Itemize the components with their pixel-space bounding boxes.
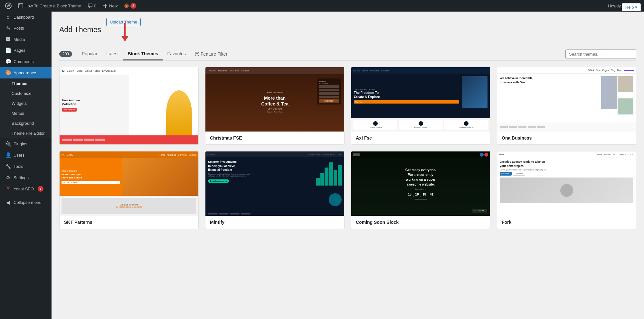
tab-latest[interactable]: Latest (102, 48, 123, 60)
yoast-icon: Y (5, 186, 11, 192)
main-content: Add Themes Upload Theme 209 Popular Late… (52, 12, 644, 319)
theme-name-coming-soon: Coming Soon Block (356, 220, 399, 225)
sidebar-item-users[interactable]: 👤 Users (0, 150, 52, 161)
sidebar-item-plugins[interactable]: 🔌 Plugins (0, 138, 52, 150)
sidebar-item-settings[interactable]: ⚙ Settings (0, 172, 52, 183)
theme-thumbnail-mintify: MINTIFYLanding Page · Google Charts · Co… (205, 151, 344, 216)
theme-info-christmas: Christmas FSE (205, 132, 344, 144)
sidebar-item-customize[interactable]: Customize (0, 88, 52, 98)
sidebar-item-yoast[interactable]: Y Yoast SEO 3 (0, 183, 52, 194)
plugins-icon: 🔌 (5, 141, 11, 147)
theme-thumbnail-skt: PATTERNSHomeAbout UsServicesContact Inte… (60, 151, 198, 216)
help-button[interactable]: Help ▾ (622, 3, 641, 11)
sidebar-item-media[interactable]: 🖼 Media (0, 34, 52, 45)
theme-name-mintify: Mintify (210, 220, 224, 225)
adminbar-yoast[interactable]: Y 3 (121, 0, 139, 12)
page-title: Add Themes (59, 25, 101, 34)
tab-favorites[interactable]: Favorites (163, 48, 190, 60)
theme-name-skt: SKT Patterns (64, 220, 92, 225)
theme-info-skt: SKT Patterns (60, 216, 198, 229)
posts-icon: ✎ (5, 25, 11, 31)
sidebar-item-posts[interactable]: ✎ Posts (0, 23, 52, 34)
theme-info-fork: Fork (497, 216, 636, 229)
sidebar-item-dashboard[interactable]: ⌂ Dashboard (0, 12, 52, 23)
users-icon: 👤 (5, 152, 11, 158)
sidebar-item-comments[interactable]: 💬 Comments (0, 56, 52, 67)
sidebar: ⌂ Dashboard ✎ Posts 🖼 Media 📄 Pages 💬 Co… (0, 12, 52, 319)
theme-card-axl[interactable]: Ad FoxHomeProductsContact Get Stunning D… (351, 67, 490, 145)
sidebar-item-themes[interactable]: Themes (0, 78, 52, 88)
feature-filter-label: Feature Filter (201, 51, 227, 57)
theme-thumbnail-ona: O N A PlanPagesBlogNav We believe in inc… (497, 67, 636, 132)
adminbar-comments[interactable]: 0 (85, 0, 99, 12)
theme-info-axl: Axl Fse (351, 132, 490, 144)
theme-thumbnail-axl: Ad FoxHomeProductsContact Get Stunning D… (351, 67, 490, 132)
themes-grid: M Jaxon ShopAboutBlogMy Account New Autu… (59, 67, 636, 229)
theme-card-fork[interactable]: FORK HomePatternsBlogContact ftin Creati… (497, 151, 636, 229)
tabs-bar: 209 Popular Latest Block Themes Favorite… (59, 48, 636, 60)
sidebar-item-appearance[interactable]: 🎨 Appearance (0, 67, 52, 78)
pages-icon: 📄 (5, 47, 11, 53)
theme-thumbnail-coming-soon: Get ready everyone.We are currentlyworki… (351, 151, 490, 216)
tab-count-badge[interactable]: 209 (59, 51, 72, 57)
media-icon: 🖼 (5, 36, 11, 42)
page-header: Add Themes Upload Theme (59, 18, 636, 41)
svg-rect-3 (19, 4, 20, 5)
tab-popular[interactable]: Popular (77, 48, 102, 60)
theme-thumbnail-christmas: TrendingRewardsGift CardsContact Feel th… (205, 67, 344, 132)
theme-card-skt[interactable]: PATTERNSHomeAbout UsServicesContact Inte… (59, 151, 199, 229)
tab-block-themes[interactable]: Block Themes (123, 48, 163, 60)
tab-feature-filter[interactable]: Feature Filter (190, 49, 232, 59)
theme-card-jaxon[interactable]: M Jaxon ShopAboutBlogMy Account New Autu… (59, 67, 199, 145)
theme-name-fork: Fork (502, 220, 511, 225)
theme-info-coming-soon: Coming Soon Block (351, 216, 490, 229)
search-themes-input[interactable] (565, 50, 636, 59)
theme-thumbnail-fork: FORK HomePatternsBlogContact ftin Creati… (497, 151, 636, 216)
comments-icon: 💬 (5, 59, 11, 65)
sidebar-item-background[interactable]: Background (0, 118, 52, 128)
adminbar-wp-logo[interactable]: W (3, 0, 14, 12)
settings-icon: ⚙ (5, 175, 11, 181)
theme-card-ona[interactable]: O N A PlanPagesBlogNav We believe in inc… (497, 67, 636, 145)
sidebar-item-widgets[interactable]: Widgets (0, 98, 52, 108)
adminbar-site-name[interactable]: How To Create a Block Theme (15, 0, 84, 12)
svg-text:W: W (7, 4, 10, 8)
collapse-icon: ◀ (5, 199, 11, 205)
dashboard-icon: ⌂ (5, 14, 11, 20)
sidebar-item-pages[interactable]: 📄 Pages (0, 45, 52, 56)
sidebar-item-menus[interactable]: Menus (0, 108, 52, 118)
theme-card-coming-soon[interactable]: Get ready everyone.We are currentlyworki… (351, 151, 490, 229)
theme-card-christmas[interactable]: TrendingRewardsGift CardsContact Feel th… (205, 67, 345, 145)
admin-bar: W How To Create a Block Theme 0 New Y 3 … (0, 0, 644, 12)
sidebar-item-theme-file-editor[interactable]: Theme File Editor (0, 128, 52, 138)
collapse-menu-button[interactable]: ◀ Collapse menu (0, 197, 52, 208)
arrow-indicator (121, 23, 129, 41)
sidebar-item-tools[interactable]: 🔧 Tools (0, 161, 52, 172)
theme-card-mintify[interactable]: MINTIFYLanding Page · Google Charts · Co… (205, 151, 345, 229)
theme-name-christmas: Christmas FSE (210, 135, 242, 141)
svg-text:Y: Y (126, 5, 128, 8)
theme-info-mintify: Mintify (205, 216, 344, 229)
theme-thumbnail-jaxon: M Jaxon ShopAboutBlogMy Account New Autu… (60, 67, 198, 144)
tools-icon: 🔧 (5, 163, 11, 169)
theme-name-axl: Axl Fse (356, 135, 372, 141)
theme-name-ona: Ona Business (502, 135, 532, 141)
appearance-submenu: Themes Customize Widgets Menus Backgroun… (0, 78, 52, 138)
adminbar-new[interactable]: New (100, 0, 120, 12)
theme-info-ona: Ona Business (497, 132, 636, 144)
appearance-icon: 🎨 (5, 70, 11, 76)
theme-info-jaxon: Jaxon (60, 144, 198, 145)
